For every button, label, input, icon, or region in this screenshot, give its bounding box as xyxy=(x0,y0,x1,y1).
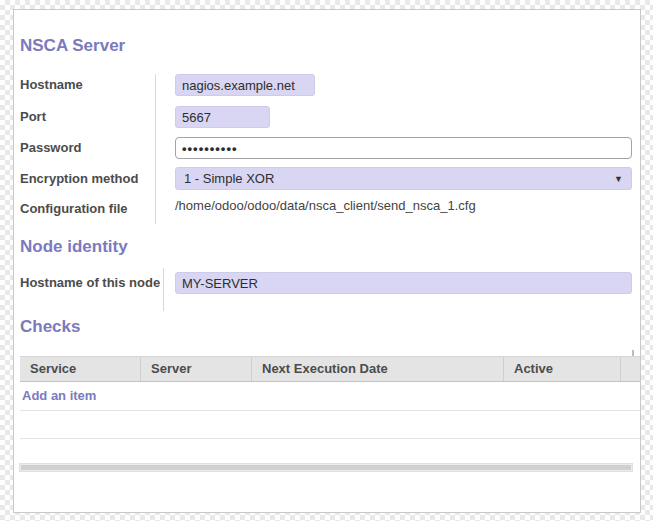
add-an-item-link[interactable]: Add an item xyxy=(20,382,640,410)
table-row-divider xyxy=(20,410,640,411)
label-field-separator xyxy=(155,74,156,224)
scrollbar-thumb[interactable] xyxy=(21,465,631,470)
column-header-spacer xyxy=(620,357,640,381)
password-input[interactable] xyxy=(175,137,632,159)
hostname-label: Hostname xyxy=(20,77,83,93)
section-title-nsca-server: NSCA Server xyxy=(20,36,125,56)
column-header-next-execution-date[interactable]: Next Execution Date xyxy=(251,357,503,381)
encryption-method-select[interactable]: 1 - Simple XOR ▼ xyxy=(175,167,632,190)
password-label: Password xyxy=(20,140,81,156)
form-sheet: NSCA Server Hostname Port Password Encry… xyxy=(13,9,641,513)
port-input[interactable] xyxy=(175,106,270,128)
dropdown-arrow-icon: ▼ xyxy=(614,168,623,190)
section-title-node-identity: Node identity xyxy=(20,237,128,257)
port-label: Port xyxy=(20,109,46,125)
hostname-input[interactable] xyxy=(175,74,315,96)
node-hostname-input[interactable] xyxy=(175,272,632,294)
encryption-method-label: Encryption method xyxy=(20,171,138,187)
column-header-server[interactable]: Server xyxy=(140,357,251,381)
column-header-active[interactable]: Active xyxy=(503,357,620,381)
configuration-file-label: Configuration file xyxy=(20,201,128,217)
label-field-separator xyxy=(163,268,164,311)
node-hostname-label: Hostname of this node xyxy=(20,275,160,291)
column-header-service[interactable]: Service xyxy=(20,357,140,381)
configuration-file-value: /home/odoo/odoo/data/nsca_client/send_ns… xyxy=(175,198,476,213)
checks-table-header: Service Server Next Execution Date Activ… xyxy=(20,356,640,382)
horizontal-scrollbar[interactable] xyxy=(19,463,633,472)
section-title-checks: Checks xyxy=(20,317,80,337)
encryption-method-value: 1 - Simple XOR xyxy=(184,171,274,186)
page-background: { "nsca_server": { "title": "NSCA Server… xyxy=(0,0,653,521)
table-row-divider xyxy=(20,438,640,439)
